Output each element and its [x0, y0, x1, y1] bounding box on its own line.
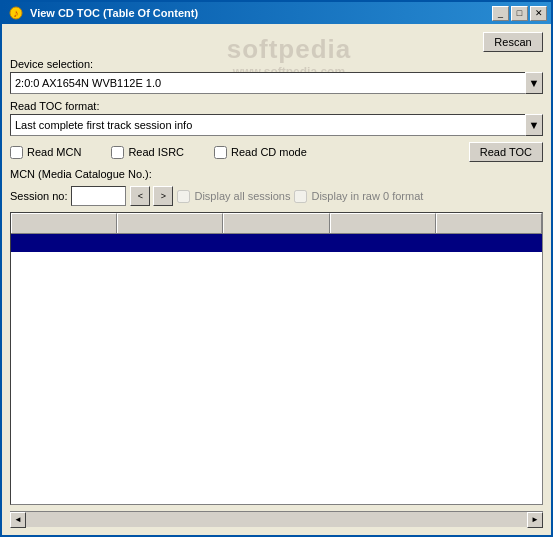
title-bar: ♪ View CD TOC (Table Of Content) _ □ ✕ [2, 2, 551, 24]
display-raw-format-label: Display in raw 0 format [311, 190, 423, 202]
table-cell-2 [117, 234, 223, 252]
read-cd-mode-item: Read CD mode [214, 146, 307, 159]
table-header-col-5 [436, 213, 542, 233]
session-input[interactable] [71, 186, 126, 206]
device-selection-row: Device selection: 2:0:0 AX1654N WVB112E … [10, 58, 543, 94]
svg-text:♪: ♪ [13, 7, 19, 19]
session-controls: Session no: < > Display all sessions Dis… [10, 186, 543, 206]
device-selection-label: Device selection: [10, 58, 543, 70]
read-mcn-checkbox[interactable] [10, 146, 23, 159]
minimize-button[interactable]: _ [492, 6, 509, 21]
display-all-sessions-label: Display all sessions [194, 190, 290, 202]
horizontal-scrollbar: ◄ ► [10, 511, 543, 527]
mcn-row: MCN (Media Catalogue No.): [10, 168, 543, 180]
read-toc-format-wrapper: Last complete first track session info ▼ [10, 114, 543, 136]
mcn-label: MCN (Media Catalogue No.): [10, 168, 152, 180]
table-cell-4 [330, 234, 436, 252]
session-label: Session no: [10, 190, 67, 202]
table-body [11, 234, 542, 504]
title-buttons: _ □ ✕ [492, 6, 547, 21]
table-cell-5 [436, 234, 542, 252]
read-isrc-label: Read ISRC [128, 146, 184, 158]
checkboxes-row: Read MCN Read ISRC Read CD mode Read TOC [10, 142, 543, 162]
table-cell-1 [11, 234, 117, 252]
read-mcn-label: Read MCN [27, 146, 81, 158]
table-header [11, 213, 542, 234]
maximize-button[interactable]: □ [511, 6, 528, 21]
device-selection-dropdown[interactable]: 2:0:0 AX1654N WVB112E 1.0 [10, 72, 543, 94]
display-all-sessions-checkbox[interactable] [177, 190, 190, 203]
read-toc-format-label: Read TOC format: [10, 100, 543, 112]
session-row: Session no: < > Display all sessions Dis… [10, 186, 543, 206]
table-selected-row [11, 234, 542, 252]
title-bar-left: ♪ View CD TOC (Table Of Content) [8, 5, 198, 21]
table-header-col-1 [11, 213, 117, 233]
scroll-right-button[interactable]: ► [527, 512, 543, 528]
display-raw-format-item: Display in raw 0 format [294, 190, 423, 203]
session-next-button[interactable]: > [153, 186, 173, 206]
table-header-col-3 [223, 213, 329, 233]
read-mcn-item: Read MCN [10, 146, 81, 159]
rescan-button[interactable]: Rescan [483, 32, 543, 52]
read-cd-mode-label: Read CD mode [231, 146, 307, 158]
main-window: ♪ View CD TOC (Table Of Content) _ □ ✕ s… [0, 0, 553, 537]
session-prev-button[interactable]: < [130, 186, 150, 206]
read-toc-button[interactable]: Read TOC [469, 142, 543, 162]
close-button[interactable]: ✕ [530, 6, 547, 21]
session-nav-buttons: < > [130, 186, 173, 206]
table-header-col-4 [330, 213, 436, 233]
rescan-row: Rescan [10, 32, 543, 52]
read-toc-format-dropdown[interactable]: Last complete first track session info [10, 114, 543, 136]
display-all-sessions-item: Display all sessions [177, 190, 290, 203]
content-area: softpedia www.softpedia.com Rescan Devic… [2, 24, 551, 535]
window-title: View CD TOC (Table Of Content) [30, 7, 198, 19]
read-isrc-item: Read ISRC [111, 146, 184, 159]
window-icon: ♪ [8, 5, 24, 21]
table-header-col-2 [117, 213, 223, 233]
scroll-track[interactable] [26, 512, 527, 527]
read-isrc-checkbox[interactable] [111, 146, 124, 159]
toc-table [10, 212, 543, 505]
display-raw-format-checkbox[interactable] [294, 190, 307, 203]
read-toc-format-row: Read TOC format: Last complete first tra… [10, 100, 543, 136]
table-cell-3 [223, 234, 329, 252]
device-selection-wrapper: 2:0:0 AX1654N WVB112E 1.0 ▼ [10, 72, 543, 94]
scroll-left-button[interactable]: ◄ [10, 512, 26, 528]
read-toc-btn-wrapper: Read TOC [469, 142, 543, 162]
read-cd-mode-checkbox[interactable] [214, 146, 227, 159]
